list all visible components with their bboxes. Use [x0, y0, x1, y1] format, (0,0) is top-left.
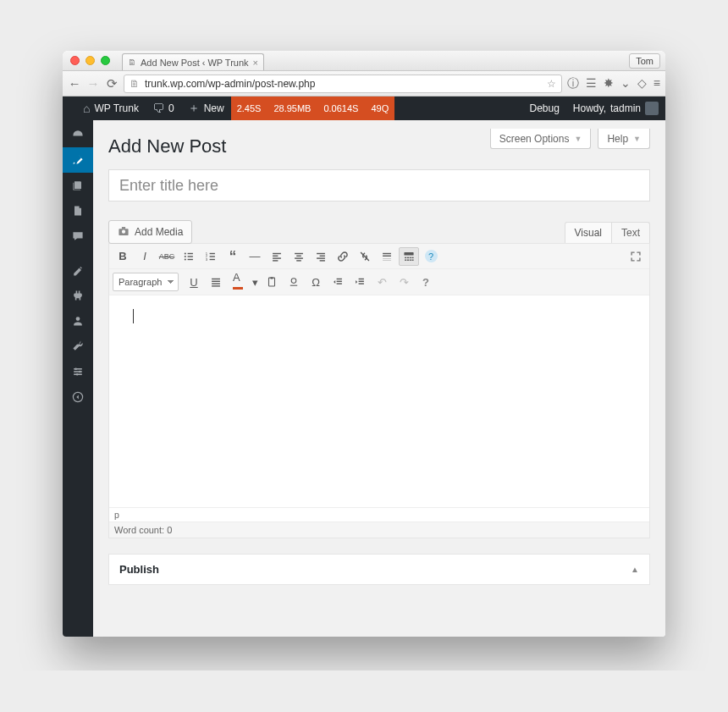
adminbar-comments[interactable]: 🗨 0 [146, 97, 181, 120]
url-text: trunk.wp.com/wp-admin/post-new.php [145, 78, 542, 90]
browser-toolbar: ← → ⟳ 🗎 trunk.wp.com/wp-admin/post-new.p… [63, 71, 665, 97]
screen-options-toggle[interactable]: Screen Options ▼ [490, 129, 592, 149]
toolbar-align-center[interactable] [289, 247, 309, 266]
toolbar-justify[interactable] [206, 273, 226, 291]
toolbar-clear-format[interactable] [284, 273, 304, 291]
svg-rect-14 [188, 256, 193, 257]
add-media-label: Add Media [135, 226, 183, 238]
toolbar-unlink[interactable] [355, 247, 375, 266]
element-path[interactable]: p [109, 507, 649, 522]
toolbar-bold[interactable]: B [113, 247, 133, 266]
camera-icon [118, 225, 130, 240]
toolbar-link[interactable] [333, 247, 353, 266]
menu-plugins[interactable] [63, 283, 93, 308]
window-zoom-button[interactable] [101, 56, 110, 65]
evernote-ext-icon[interactable]: ✸ [604, 76, 614, 91]
toolbar-numbers[interactable]: 123 [201, 247, 221, 266]
box-ext-icon[interactable]: ◇ [637, 76, 647, 91]
svg-rect-38 [383, 258, 391, 259]
howdy-username: tadmin [610, 102, 641, 114]
stack-ext-icon[interactable]: ☰ [586, 76, 597, 91]
wp-admin-bar: ⌂ WP Trunk 🗨 0 ＋ New 2.45S 28.95MB 0.061… [63, 97, 665, 120]
menu-tools[interactable] [63, 334, 93, 359]
svg-rect-32 [320, 255, 325, 256]
toolbar-indent[interactable] [350, 273, 370, 291]
toolbar-align-right[interactable] [311, 247, 331, 266]
editor-tab-text[interactable]: Text [612, 222, 650, 243]
toolbar-kitchen-sink[interactable] [399, 247, 419, 266]
toolbar-shortcuts-help[interactable]: ? [416, 273, 436, 291]
toolbar-undo[interactable]: ↶ [372, 273, 392, 291]
chrome-profile-button[interactable]: Tom [629, 53, 660, 69]
wp-logo-menu[interactable] [63, 97, 76, 120]
toolbar-strike[interactable]: ABC [157, 247, 177, 266]
help-toggle[interactable]: Help ▼ [598, 129, 650, 149]
svg-point-11 [185, 252, 186, 254]
menu-pages[interactable] [63, 198, 93, 224]
adminbar-site-link[interactable]: ⌂ WP Trunk [76, 97, 146, 120]
info-ext-icon[interactable]: ⓘ [567, 76, 579, 91]
toolbar-underline[interactable]: U [184, 273, 204, 291]
toolbar-outdent[interactable] [328, 273, 348, 291]
window-close-button[interactable] [70, 56, 80, 65]
toolbar-align-left[interactable] [267, 247, 287, 266]
svg-rect-18 [210, 252, 215, 253]
adminbar-new[interactable]: ＋ New [181, 97, 231, 120]
menu-posts[interactable] [63, 147, 93, 173]
chrome-menu-icon[interactable]: ≡ [654, 76, 660, 91]
svg-rect-41 [405, 257, 406, 257]
svg-rect-37 [383, 255, 391, 256]
address-bar[interactable]: 🗎 trunk.wp.com/wp-admin/post-new.php ☆ [124, 75, 562, 93]
toolbar-blockquote[interactable]: “ [223, 247, 243, 266]
svg-point-13 [185, 255, 186, 257]
menu-appearance[interactable] [63, 257, 93, 283]
toolbar-textcolor-dropdown[interactable]: ▾ [250, 273, 260, 291]
toolbar-special-char[interactable]: Ω [306, 273, 326, 291]
toolbar-textcolor[interactable]: A [228, 273, 248, 291]
add-media-button[interactable]: Add Media [108, 220, 192, 244]
query-monitor[interactable]: 2.45S 28.95MB 0.0614S 49Q [231, 97, 395, 120]
close-tab-icon[interactable]: × [253, 58, 258, 68]
toolbar-italic[interactable]: I [135, 247, 155, 266]
toolbar-redo[interactable]: ↷ [394, 273, 414, 291]
svg-rect-30 [296, 260, 301, 261]
forward-button[interactable]: → [86, 76, 100, 91]
svg-rect-31 [317, 252, 325, 253]
svg-rect-57 [337, 279, 342, 279]
svg-rect-10 [122, 227, 125, 229]
publish-title: Publish [119, 563, 159, 576]
adminbar-account[interactable]: Howdy, tadmin [566, 97, 665, 120]
toolbar-paste-text[interactable] [262, 273, 282, 291]
post-title-input[interactable] [108, 169, 650, 201]
bookmark-star-icon[interactable]: ☆ [547, 78, 556, 90]
window-minimize-button[interactable] [85, 56, 95, 65]
editor-canvas[interactable] [109, 295, 649, 507]
menu-media[interactable] [63, 173, 93, 198]
format-select[interactable]: Paragraph [113, 273, 179, 291]
toolbar-hr[interactable]: — [245, 247, 265, 266]
svg-text:3: 3 [206, 257, 208, 261]
menu-settings[interactable] [63, 359, 93, 384]
svg-rect-27 [295, 252, 303, 253]
pocket-ext-icon[interactable]: ⌄ [620, 76, 631, 91]
wp-admin-menu [63, 120, 93, 637]
screen-options-label: Screen Options [499, 133, 570, 145]
editor-tab-visual[interactable]: Visual [565, 222, 612, 243]
toolbar-bullets[interactable] [179, 247, 199, 266]
reload-button[interactable]: ⟳ [105, 76, 119, 91]
menu-dashboard[interactable] [63, 122, 93, 147]
menu-users[interactable] [63, 308, 93, 334]
comment-icon: 🗨 [152, 102, 164, 115]
publish-metabox-header[interactable]: Publish ▲ [109, 555, 649, 584]
adminbar-debug-link[interactable]: Debug [522, 97, 565, 120]
menu-comments[interactable] [63, 224, 93, 249]
toolbar-fullscreen[interactable] [626, 247, 646, 266]
browser-tab[interactable]: 🗎 Add New Post ‹ WP Trunk × [122, 53, 264, 70]
menu-collapse[interactable] [63, 384, 93, 410]
back-button[interactable]: ← [68, 76, 81, 91]
toolbar-help[interactable]: ? [421, 247, 441, 266]
toolbar-more[interactable] [377, 247, 397, 266]
adminbar-site-name: WP Trunk [94, 102, 138, 114]
metabox-toggle-icon[interactable]: ▲ [631, 565, 639, 574]
home-icon: ⌂ [83, 102, 90, 115]
